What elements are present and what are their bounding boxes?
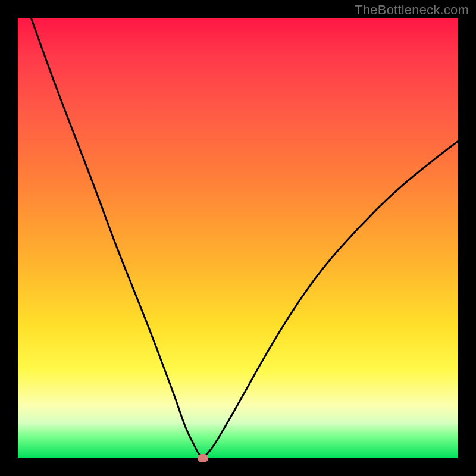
mismatch-curve xyxy=(18,18,458,458)
watermark-text: TheBottleneck.com xyxy=(355,2,469,18)
optimum-marker xyxy=(198,454,208,462)
curve-path xyxy=(31,18,458,457)
chart-frame: TheBottleneck.com xyxy=(0,0,476,476)
plot-area xyxy=(18,18,458,458)
